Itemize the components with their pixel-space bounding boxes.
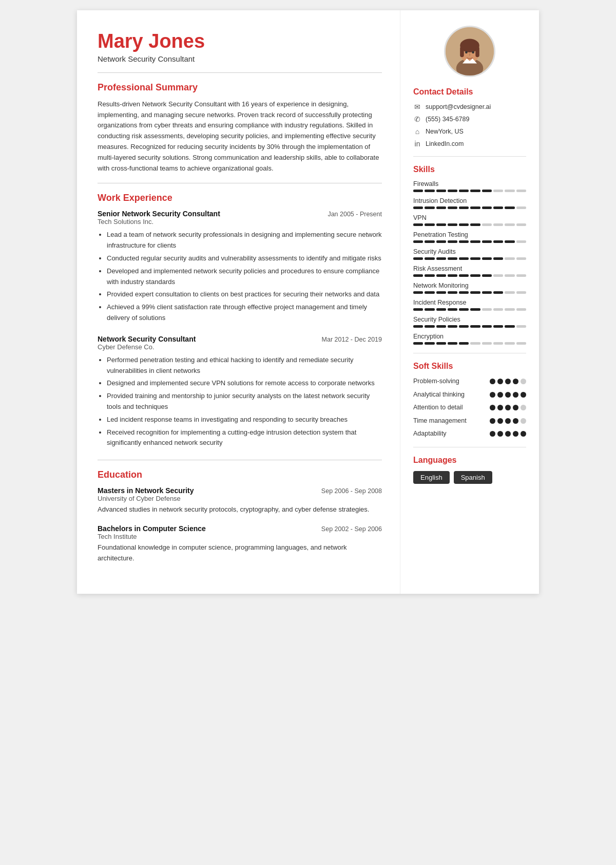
dot-filled: [497, 405, 503, 410]
summary-title: Professional Summary: [98, 82, 382, 93]
skill-seg-filled: [436, 223, 446, 226]
skill-seg-filled: [493, 257, 503, 260]
skill-seg-empty: [516, 342, 526, 345]
svg-point-8: [472, 51, 474, 54]
dot-filled: [497, 431, 503, 437]
dot-filled: [513, 392, 518, 398]
skill-seg-filled: [448, 190, 457, 192]
skill-name: VPN: [413, 214, 526, 221]
skill-seg-empty: [516, 257, 526, 260]
edu-school: Tech Institute: [98, 533, 382, 540]
skill-seg-filled: [436, 190, 446, 192]
dot-filled: [490, 405, 495, 410]
skill-item: VPN: [413, 214, 526, 226]
photo-container: [413, 26, 526, 77]
work-bullet: Performed penetration testing and ethica…: [107, 355, 382, 377]
soft-skill-name: Attention to detail: [413, 403, 486, 412]
summary-section: Professional Summary Results-driven Netw…: [98, 82, 382, 174]
skill-name: Firewalls: [413, 180, 526, 187]
edu-desc: Foundational knowledge in computer scien…: [98, 542, 382, 564]
dot-filled: [513, 418, 518, 424]
skill-seg-filled: [470, 190, 480, 192]
skill-seg-filled: [436, 274, 446, 277]
dot-filled: [490, 379, 495, 384]
skill-item: Security Policies: [413, 316, 526, 328]
skill-item: Risk Assessment: [413, 265, 526, 277]
skill-seg-filled: [425, 257, 434, 260]
skill-seg-filled: [470, 240, 480, 243]
education-section: Education Masters in Network SecuritySep…: [98, 469, 382, 563]
edu-date: Sep 2006 - Sep 2008: [321, 487, 382, 495]
dot-empty: [521, 379, 526, 384]
soft-skills-divider: [413, 447, 526, 447]
dot-filled: [505, 392, 511, 398]
work-section: Work Experience Senior Network Security …: [98, 193, 382, 448]
skill-seg-empty: [493, 274, 503, 277]
dot-filled: [513, 379, 518, 384]
soft-skills-section-title: Soft Skills: [413, 362, 526, 371]
skill-item: Network Monitoring: [413, 282, 526, 294]
skill-seg-filled: [436, 291, 446, 294]
education-title: Education: [98, 469, 382, 480]
contact-email: ✉ support@cvdesigner.ai: [413, 103, 526, 111]
svg-rect-5: [460, 47, 464, 58]
skill-seg-filled: [436, 206, 446, 209]
skill-seg-filled: [413, 257, 423, 260]
email-icon: ✉: [413, 103, 421, 111]
skill-seg-empty: [516, 325, 526, 328]
soft-skill-name: Analytical thinking: [413, 390, 486, 400]
skill-seg-filled: [482, 206, 492, 209]
skill-seg-filled: [482, 190, 492, 192]
skill-seg-filled: [413, 308, 423, 311]
skill-seg-empty: [493, 223, 503, 226]
skill-seg-filled: [413, 206, 423, 209]
soft-skill-dots: [490, 392, 526, 398]
dot-filled: [490, 392, 495, 398]
skill-item: Incident Response: [413, 299, 526, 311]
skill-seg-filled: [459, 342, 469, 345]
skill-seg-filled: [448, 206, 457, 209]
skill-seg-filled: [413, 190, 423, 192]
soft-skill-name: Problem-solving: [413, 377, 486, 386]
skill-seg-filled: [425, 308, 434, 311]
skill-seg-filled: [413, 325, 423, 328]
skill-seg-filled: [493, 291, 503, 294]
skill-name: Penetration Testing: [413, 231, 526, 238]
contact-location: ⌂ NewYork, US: [413, 127, 526, 136]
skill-bar: [413, 257, 526, 260]
skill-seg-empty: [493, 190, 503, 192]
skill-seg-filled: [459, 291, 469, 294]
skill-seg-filled: [493, 206, 503, 209]
dot-empty: [521, 405, 526, 410]
work-job-title: Senior Network Security Consultant: [98, 210, 220, 218]
left-column: Mary Jones Network Security Consultant P…: [77, 10, 400, 594]
skill-seg-filled: [448, 342, 457, 345]
skill-seg-filled: [493, 240, 503, 243]
skill-item: Penetration Testing: [413, 231, 526, 243]
skill-seg-filled: [470, 308, 480, 311]
dot-filled: [521, 392, 526, 398]
edu-desc: Advanced studies in network security pro…: [98, 504, 382, 515]
skill-seg-filled: [413, 223, 423, 226]
soft-skill-name: Time management: [413, 417, 486, 426]
skill-seg-empty: [505, 342, 514, 345]
skill-seg-empty: [482, 223, 492, 226]
work-date: Mar 2012 - Dec 2019: [322, 336, 382, 343]
skill-seg-empty: [482, 342, 492, 345]
work-bullet: Achieved a 99% client satisfaction rate …: [107, 302, 382, 324]
skill-seg-filled: [425, 190, 434, 192]
skill-seg-empty: [505, 190, 514, 192]
skill-seg-filled: [470, 325, 480, 328]
soft-skill-dots: [490, 379, 526, 384]
skill-seg-empty: [516, 190, 526, 192]
skill-item: Security Audits: [413, 248, 526, 260]
soft-skill-item: Time management: [413, 417, 526, 426]
dot-filled: [497, 418, 503, 424]
soft-skill-item: Adaptability: [413, 429, 526, 439]
skill-seg-filled: [470, 291, 480, 294]
skills-section-title: Skills: [413, 165, 526, 174]
skill-seg-filled: [436, 325, 446, 328]
work-item: Senior Network Security ConsultantJan 20…: [98, 210, 382, 323]
work-title: Work Experience: [98, 193, 382, 203]
skill-item: Intrusion Detection: [413, 197, 526, 209]
